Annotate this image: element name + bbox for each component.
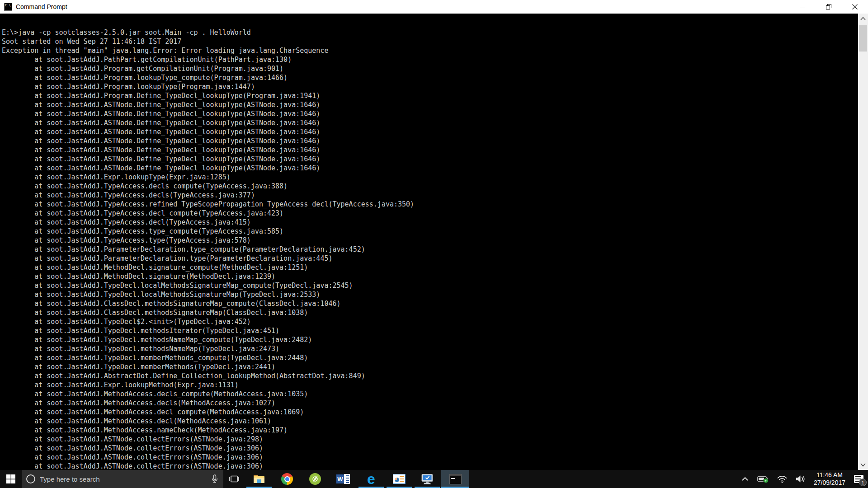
volume-button[interactable] bbox=[793, 470, 808, 488]
restore-icon bbox=[826, 4, 832, 10]
tray-time: 11:46 AM bbox=[814, 471, 845, 479]
edge-icon: e bbox=[367, 473, 375, 485]
tray-overflow-button[interactable] bbox=[738, 470, 752, 488]
chrome-icon bbox=[281, 473, 293, 485]
action-center-button[interactable]: 1 bbox=[851, 470, 866, 488]
titlebar: C:\ Command Prompt bbox=[0, 0, 868, 14]
taskbar-app-word[interactable]: W bbox=[329, 470, 357, 488]
start-button[interactable] bbox=[0, 470, 22, 488]
taskbar-app-command-prompt[interactable] bbox=[441, 470, 469, 488]
window-controls bbox=[789, 0, 868, 14]
cortana-icon bbox=[26, 474, 35, 483]
chevron-down-icon bbox=[860, 463, 866, 467]
close-icon bbox=[852, 4, 858, 10]
cmd-window-icon: C:\ bbox=[4, 3, 12, 11]
scroll-up-button[interactable] bbox=[858, 14, 868, 23]
scrollbar-track[interactable] bbox=[858, 14, 868, 470]
taskbar-search[interactable] bbox=[22, 470, 223, 488]
speaker-icon bbox=[795, 474, 806, 483]
windows-logo-icon bbox=[6, 474, 16, 484]
wifi-icon bbox=[776, 474, 788, 483]
battery-status-button[interactable] bbox=[755, 470, 771, 488]
task-view-button[interactable] bbox=[223, 470, 245, 488]
taskbar-app-file-explorer[interactable] bbox=[245, 470, 273, 488]
system-tray: 11:46 AM 27/09/2017 1 bbox=[738, 470, 868, 488]
window-title: Command Prompt bbox=[16, 3, 67, 10]
battery-charging-icon bbox=[757, 474, 769, 483]
file-explorer-icon bbox=[253, 474, 265, 484]
screen: { "colors": { "accent_blue": "#4aa3e0", … bbox=[0, 0, 868, 488]
chevron-up-icon bbox=[860, 17, 866, 20]
chevron-up-icon bbox=[740, 474, 750, 483]
microphone-icon[interactable] bbox=[211, 474, 219, 484]
taskbar-clock[interactable]: 11:46 AM 27/09/2017 bbox=[811, 471, 848, 487]
search-input[interactable] bbox=[40, 475, 206, 483]
restore-button[interactable] bbox=[816, 0, 842, 14]
tray-date: 27/09/2017 bbox=[814, 479, 845, 487]
minimize-icon bbox=[799, 4, 806, 10]
taskbar-app-presentation[interactable] bbox=[385, 470, 413, 488]
notification-badge: 1 bbox=[859, 479, 867, 486]
close-button[interactable] bbox=[842, 0, 868, 14]
titlebar-left: C:\ Command Prompt bbox=[0, 3, 789, 11]
minimize-button[interactable] bbox=[789, 0, 816, 14]
word-icon: W bbox=[336, 474, 350, 484]
taskbar-app-edge[interactable]: e bbox=[357, 470, 385, 488]
console-output: E:\>java -cp sootclasses-2.5.0.jar soot.… bbox=[0, 14, 858, 470]
console-window[interactable]: E:\>java -cp sootclasses-2.5.0.jar soot.… bbox=[0, 14, 858, 470]
taskbar-app-computer-check[interactable] bbox=[413, 470, 441, 488]
android-studio-icon bbox=[309, 473, 321, 485]
computer-check-icon bbox=[421, 474, 434, 485]
taskbar-app-android-studio[interactable] bbox=[301, 470, 329, 488]
task-view-icon bbox=[228, 474, 240, 484]
network-status-button[interactable] bbox=[774, 470, 790, 488]
taskbar-app-chrome[interactable] bbox=[273, 470, 301, 488]
command-prompt-icon bbox=[449, 474, 462, 484]
presentation-icon bbox=[393, 474, 406, 484]
taskbar: W e bbox=[0, 470, 868, 488]
scrollbar-thumb[interactable] bbox=[859, 25, 867, 52]
scroll-down-button[interactable] bbox=[858, 460, 868, 470]
